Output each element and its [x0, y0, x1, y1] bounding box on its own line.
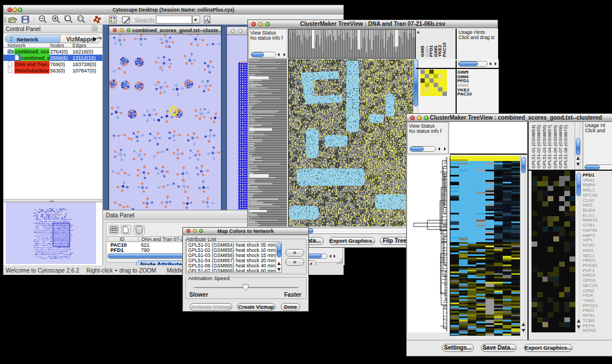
svg-text:1:1: 1:1: [79, 17, 83, 20]
